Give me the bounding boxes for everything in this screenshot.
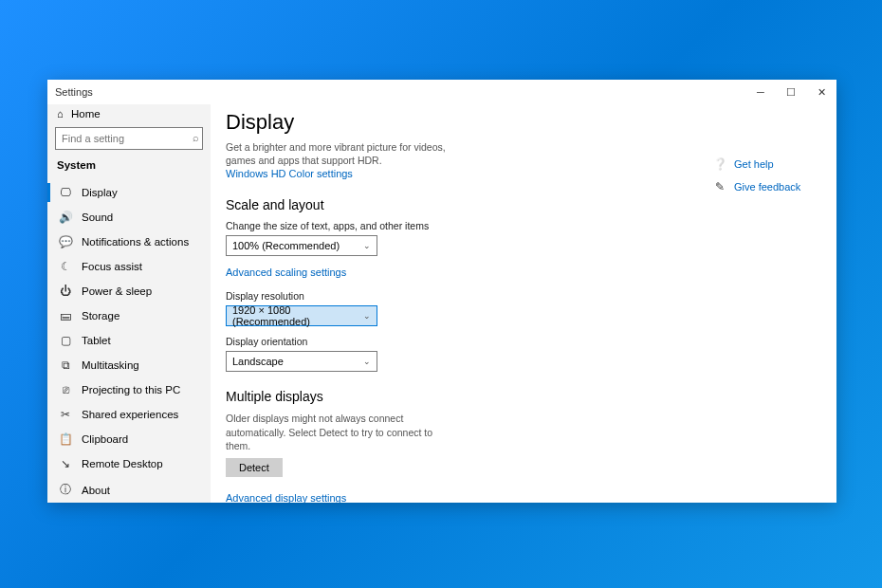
sidebar-item-label: Multitasking: [82, 359, 139, 371]
content-area: Display Get a brighter and more vibrant …: [211, 104, 836, 503]
page-title: Display: [226, 110, 698, 135]
sidebar-icon: 📋: [59, 432, 72, 446]
sidebar-item-display[interactable]: 🖵Display: [47, 180, 211, 205]
minimize-button[interactable]: ─: [745, 80, 776, 104]
sidebar-icon: ⎚: [59, 383, 72, 396]
right-column: ❔ Get help ✎ Give feedback: [713, 104, 836, 503]
get-help-label: Get help: [734, 158, 774, 170]
sidebar-icon: ⓘ: [59, 482, 72, 498]
sidebar-item-multitasking[interactable]: ⧉Multitasking: [47, 353, 211, 377]
window-title: Settings: [47, 86, 93, 98]
close-button[interactable]: ✕: [806, 80, 836, 104]
sidebar-item-focus-assist[interactable]: ☾Focus assist: [47, 254, 211, 279]
sidebar-item-label: Notifications & actions: [82, 236, 189, 248]
sidebar-icon: 🖵: [59, 186, 72, 199]
multi-desc: Older displays might not always connect …: [226, 412, 453, 452]
sidebar-icon: ☾: [59, 260, 72, 273]
sidebar-home[interactable]: ⌂ Home: [47, 104, 211, 127]
hdr-description: Get a brighter and more vibrant picture …: [226, 140, 472, 167]
hd-color-link[interactable]: Windows HD Color settings: [226, 168, 353, 179]
detect-button[interactable]: Detect: [226, 458, 283, 477]
sidebar-item-label: Display: [82, 187, 118, 198]
sidebar-item-storage[interactable]: 🖴Storage: [47, 303, 211, 328]
sidebar-nav: 🖵Display🔊Sound💬Notifications & actions☾F…: [47, 176, 211, 503]
sidebar-item-clipboard[interactable]: 📋Clipboard: [47, 427, 211, 451]
sidebar-category: System: [47, 157, 211, 176]
home-label: Home: [71, 108, 101, 119]
sidebar-icon: ✂: [59, 408, 72, 421]
sidebar-icon: 💬: [59, 235, 72, 248]
search-input[interactable]: [55, 127, 203, 150]
sidebar-item-projecting-to-this-pc[interactable]: ⎚Projecting to this PC: [47, 377, 211, 402]
give-feedback-label: Give feedback: [734, 181, 800, 193]
sidebar-icon: 🖴: [59, 309, 72, 322]
maximize-button[interactable]: ☐: [776, 80, 806, 104]
sidebar-item-label: About: [82, 485, 110, 496]
sidebar-item-label: Clipboard: [82, 433, 128, 445]
give-feedback-link[interactable]: ✎ Give feedback: [713, 180, 836, 193]
sidebar-item-label: Focus assist: [82, 261, 142, 272]
orientation-label: Display orientation: [226, 336, 698, 347]
home-icon: ⌂: [57, 108, 64, 119]
resolution-value: 1920 × 1080 (Recommended): [232, 304, 363, 327]
sidebar-item-label: Sound: [82, 211, 113, 223]
main-column: Display Get a brighter and more vibrant …: [211, 104, 713, 503]
advanced-display-link[interactable]: Advanced display settings: [226, 492, 698, 503]
settings-window: Settings ─ ☐ ✕ ⌂ Home ⌕ System 🖵Display🔊…: [47, 80, 836, 503]
sidebar-item-tablet[interactable]: ▢Tablet: [47, 328, 211, 353]
sidebar-item-shared-experiences[interactable]: ✂Shared experiences: [47, 402, 211, 427]
sidebar-item-label: Shared experiences: [82, 409, 178, 420]
scale-select[interactable]: 100% (Recommended) ⌄: [226, 235, 377, 256]
multiple-displays-header: Multiple displays: [226, 389, 698, 404]
sidebar-item-power-sleep[interactable]: ⏻Power & sleep: [47, 279, 211, 303]
sidebar-item-label: Storage: [82, 310, 119, 322]
orientation-value: Landscape: [232, 356, 284, 367]
chevron-down-icon: ⌄: [363, 357, 371, 366]
feedback-icon: ✎: [713, 180, 726, 193]
sidebar-item-notifications-actions[interactable]: 💬Notifications & actions: [47, 230, 211, 254]
sidebar-icon: 🔊: [59, 211, 72, 224]
get-help-link[interactable]: ❔ Get help: [713, 157, 836, 171]
sidebar-item-label: Power & sleep: [82, 285, 152, 297]
resolution-select[interactable]: 1920 × 1080 (Recommended) ⌄: [226, 305, 377, 326]
sidebar-item-label: Remote Desktop: [82, 458, 163, 469]
chevron-down-icon: ⌄: [363, 241, 371, 250]
sidebar-icon: ⏻: [59, 285, 72, 298]
orientation-select[interactable]: Landscape ⌄: [226, 351, 377, 372]
sidebar-item-sound[interactable]: 🔊Sound: [47, 205, 211, 230]
chevron-down-icon: ⌄: [363, 311, 371, 321]
scale-header: Scale and layout: [226, 197, 698, 212]
scale-value: 100% (Recommended): [232, 240, 340, 251]
advanced-scaling-link[interactable]: Advanced scaling settings: [226, 266, 346, 278]
titlebar: Settings ─ ☐ ✕: [47, 80, 836, 104]
window-body: ⌂ Home ⌕ System 🖵Display🔊Sound💬Notificat…: [47, 104, 836, 503]
sidebar-item-remote-desktop[interactable]: ↘Remote Desktop: [47, 451, 211, 476]
sidebar-icon: ⧉: [59, 358, 72, 372]
sidebar-icon: ▢: [59, 334, 72, 347]
window-controls: ─ ☐ ✕: [745, 80, 836, 104]
sidebar: ⌂ Home ⌕ System 🖵Display🔊Sound💬Notificat…: [47, 104, 211, 503]
resolution-label: Display resolution: [226, 290, 698, 302]
help-icon: ❔: [713, 157, 726, 171]
search-wrap: ⌕: [47, 127, 211, 157]
sidebar-icon: ↘: [59, 457, 72, 470]
sidebar-item-label: Tablet: [82, 335, 111, 346]
scale-label: Change the size of text, apps, and other…: [226, 220, 698, 231]
sidebar-item-label: Projecting to this PC: [82, 384, 180, 395]
sidebar-item-about[interactable]: ⓘAbout: [47, 476, 211, 503]
